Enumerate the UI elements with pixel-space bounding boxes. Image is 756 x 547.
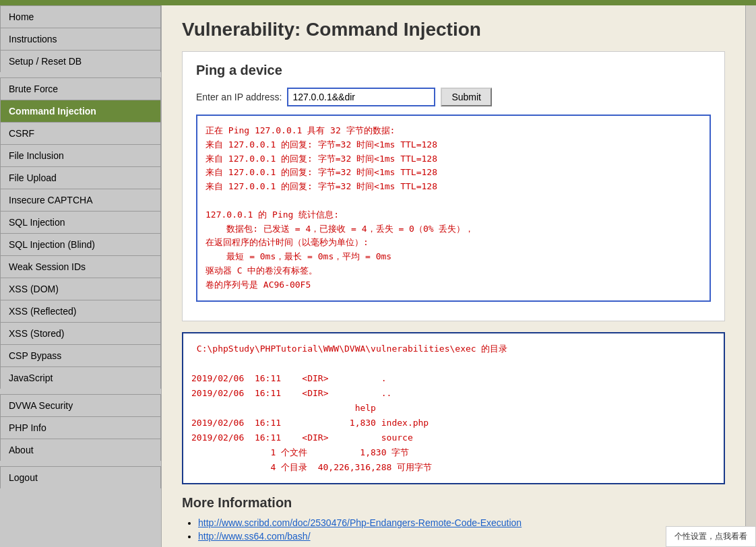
- more-info-link[interactable]: http://www.scribd.com/doc/2530476/Php-En…: [198, 517, 522, 528]
- link-list-item: http://www.scribd.com/doc/2530476/Php-En…: [198, 517, 725, 528]
- more-info-link[interactable]: http://www.ss64.com/bash/: [198, 531, 311, 542]
- main-content: Vulnerability: Command Injection Ping a …: [162, 5, 745, 547]
- sidebar-item-brute-force[interactable]: Brute Force: [0, 77, 161, 100]
- ip-input[interactable]: [287, 88, 435, 106]
- sidebar-spacer: [0, 72, 161, 77]
- ip-label: Enter an IP address:: [196, 92, 282, 102]
- sidebar-item-file-inclusion[interactable]: File Inclusion: [0, 144, 161, 166]
- sidebar-item-javascript[interactable]: JavaScript: [0, 366, 161, 389]
- sidebar-item-about[interactable]: About: [0, 439, 161, 461]
- sidebar-item-csrf[interactable]: CSRF: [0, 122, 161, 144]
- sidebar-item-weak-session-ids[interactable]: Weak Session IDs: [0, 255, 161, 278]
- sidebar-item-xss-stored[interactable]: XSS (Stored): [0, 322, 161, 344]
- dir-output: C:\phpStudy\PHPTutorial\WWW\DVWA\vulnera…: [182, 332, 725, 485]
- sidebar-item-home[interactable]: Home: [0, 5, 161, 28]
- sidebar-item-file-upload[interactable]: File Upload: [0, 166, 161, 189]
- card-title: Ping a device: [196, 63, 711, 78]
- sidebar-item-setup[interactable]: Setup / Reset DB: [0, 50, 161, 72]
- link-list: http://www.scribd.com/doc/2530476/Php-En…: [182, 517, 725, 542]
- sidebar: HomeInstructionsSetup / Reset DBBrute Fo…: [0, 5, 162, 547]
- sidebar-item-csp-bypass[interactable]: CSP Bypass: [0, 344, 161, 366]
- sidebar-item-xss-dom[interactable]: XSS (DOM): [0, 278, 161, 300]
- sidebar-spacer: [0, 461, 161, 466]
- sidebar-item-sql-injection-blind[interactable]: SQL Injection (Blind): [0, 233, 161, 255]
- top-bar: [0, 0, 756, 5]
- sidebar-item-command-injection[interactable]: Command Injection: [0, 100, 161, 122]
- sidebar-item-xss-reflected[interactable]: XSS (Reflected): [0, 300, 161, 322]
- sidebar-item-php-info[interactable]: PHP Info: [0, 416, 161, 439]
- sidebar-item-dvwa-security[interactable]: DVWA Security: [0, 394, 161, 416]
- bottom-notification[interactable]: 个性设置，点我看看: [666, 526, 756, 547]
- sidebar-item-insecure-captcha[interactable]: Insecure CAPTCHA: [0, 189, 161, 211]
- sidebar-item-logout[interactable]: Logout: [0, 466, 161, 488]
- sidebar-item-instructions[interactable]: Instructions: [0, 28, 161, 50]
- link-list-item: http://www.ss64.com/bash/: [198, 531, 725, 542]
- ping-card: Ping a device Enter an IP address: Submi…: [182, 51, 725, 321]
- more-info-title: More Information: [182, 495, 725, 511]
- ping-output: 正在 Ping 127.0.0.1 具有 32 字节的数据: 来自 127.0.…: [196, 115, 711, 302]
- submit-button[interactable]: Submit: [441, 88, 492, 106]
- page-title: Vulnerability: Command Injection: [182, 19, 725, 40]
- sidebar-spacer: [0, 389, 161, 394]
- sidebar-item-sql-injection[interactable]: SQL Injection: [0, 211, 161, 233]
- scrollbar[interactable]: [745, 5, 756, 547]
- ip-row: Enter an IP address: Submit: [196, 88, 711, 106]
